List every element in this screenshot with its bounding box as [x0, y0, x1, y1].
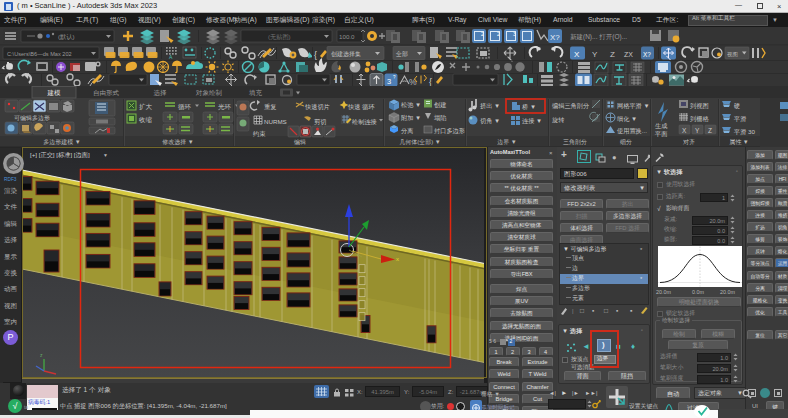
svg-text:旋转: 旋转 — [552, 116, 564, 124]
svg-text:平滑: 平滑 — [733, 115, 746, 123]
svg-text:编辑三角剖分: 编辑三角剖分 — [552, 102, 589, 110]
svg-text:X?: X? — [550, 33, 560, 42]
svg-text:到栅格: 到栅格 — [690, 115, 709, 123]
svg-text:切角 ▼: 切角 ▼ — [480, 117, 500, 125]
svg-text:创建: 创建 — [434, 101, 446, 109]
svg-text:编辑: 编辑 — [294, 139, 306, 145]
svg-text:全部: 全部 — [395, 50, 408, 58]
svg-text:3: 3 — [387, 77, 391, 86]
svg-text:重复: 重复 — [264, 103, 276, 111]
svg-text:Y: Y — [592, 50, 598, 59]
svg-text:2: 2 — [481, 31, 484, 37]
svg-text:挤出 ▼: 挤出 ▼ — [480, 102, 500, 110]
svg-text:A: A — [169, 54, 173, 60]
svg-text:视图: 视图 — [727, 51, 738, 58]
svg-text:绘制连接: 绘制连接 — [352, 118, 377, 126]
svg-text:X: X — [574, 50, 580, 59]
svg-text:生成: 生成 — [655, 122, 667, 129]
svg-text:100.0: 100.0 — [339, 33, 355, 40]
svg-text:连接 ▼: 连接 ▼ — [522, 117, 542, 125]
svg-text:硬: 硬 — [733, 102, 740, 110]
svg-text:对象绘制: 对象绘制 — [195, 89, 222, 96]
svg-text:X?: X? — [643, 51, 651, 58]
svg-text:Z: Z — [610, 50, 615, 59]
svg-text:填充: 填充 — [248, 89, 263, 97]
svg-text:快速切片: 快速切片 — [304, 103, 330, 111]
svg-text:平面: 平面 — [654, 130, 667, 138]
svg-text:选择: 选择 — [154, 89, 168, 97]
svg-text:X: X — [682, 127, 687, 134]
svg-text:细化 ▼: 细化 ▼ — [617, 115, 637, 123]
svg-text:Y: Y — [695, 127, 700, 134]
svg-text:循环: 循环 — [178, 103, 192, 111]
svg-text:创建选择集: 创建选择集 — [331, 51, 361, 58]
svg-text:自由形式: 自由形式 — [93, 89, 120, 97]
svg-text:光环: 光环 — [218, 103, 232, 111]
svg-text:收缩: 收缩 — [139, 116, 153, 124]
svg-text:桥 ▼: 桥 ▼ — [521, 103, 536, 110]
svg-text:分离: 分离 — [401, 127, 413, 135]
svg-text:平滑 30: 平滑 30 — [733, 128, 756, 136]
svg-text:{: { — [429, 77, 432, 87]
svg-text:多边形建模 ▼: 多边形建模 ▼ — [43, 139, 81, 146]
svg-text:边界 ▼: 边界 ▼ — [497, 139, 517, 146]
svg-text:(无贴图): (无贴图) — [268, 33, 291, 41]
svg-text:细分: 细分 — [620, 139, 632, 146]
svg-text:三角剖分: 三角剖分 — [563, 138, 587, 146]
svg-text:剪切: 剪切 — [314, 118, 326, 126]
svg-text:(默认): (默认) — [58, 33, 75, 40]
svg-text:几何体(全部) ▼: 几何体(全部) ▼ — [399, 138, 441, 146]
svg-text:扩大: 扩大 — [139, 103, 153, 110]
svg-text:网格平滑 ▼: 网格平滑 ▼ — [617, 102, 650, 110]
svg-text:松弛 ▼: 松弛 ▼ — [401, 101, 421, 108]
svg-text:快速 循环: 快速 循环 — [347, 103, 375, 111]
svg-text:x: x — [396, 256, 399, 262]
svg-text:ZX: ZX — [624, 51, 633, 58]
svg-text:新建(N)... 打开(O)...: 新建(N)... 打开(O)... — [570, 33, 627, 41]
svg-text:{: { — [314, 50, 317, 60]
svg-text:可编辑多边形: 可编辑多边形 — [14, 115, 50, 122]
svg-text:附加 ▼: 附加 ▼ — [401, 114, 421, 122]
svg-text:属性 ▼: 属性 ▼ — [729, 139, 749, 145]
svg-text:塌陷: 塌陷 — [433, 114, 446, 122]
svg-text:C:\Users\B6—ds Max 202: C:\Users\B6—ds Max 202 — [7, 51, 72, 57]
svg-text:建模: 建模 — [47, 89, 62, 97]
svg-text:3: 3 — [513, 31, 516, 37]
svg-text:使用置换...: 使用置换... — [617, 127, 647, 135]
svg-text:NURMS: NURMS — [264, 118, 287, 125]
svg-text:Z: Z — [708, 127, 712, 134]
svg-text:对齐: 对齐 — [683, 138, 695, 145]
svg-text:约束: 约束 — [253, 130, 266, 138]
svg-text:到视图: 到视图 — [690, 102, 709, 110]
svg-text:封口多边形: 封口多边形 — [434, 127, 465, 135]
svg-text:修改选择 ▼: 修改选择 ▼ — [162, 138, 194, 146]
svg-text:2: 2 — [497, 31, 500, 37]
